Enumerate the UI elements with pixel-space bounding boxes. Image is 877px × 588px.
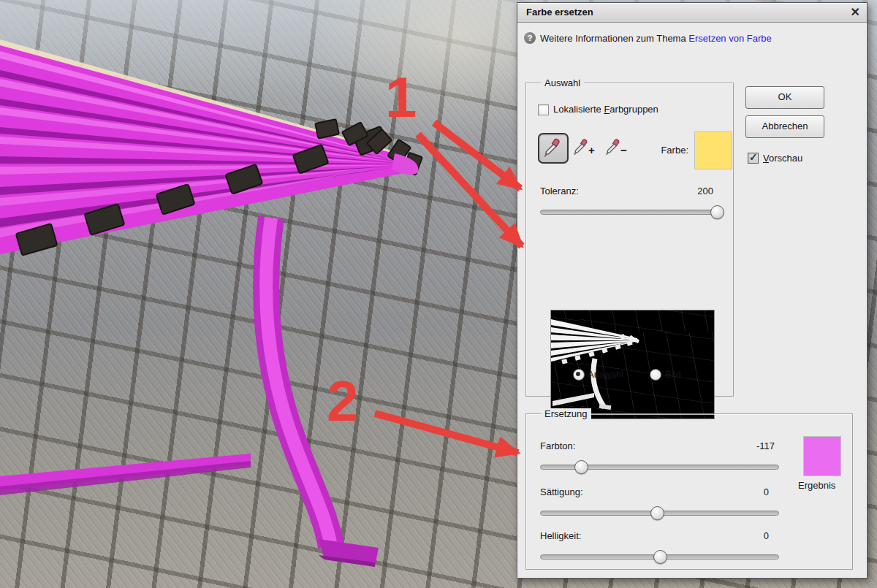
help-text: Weitere Informationen zum Thema Ersetzen… [540,33,772,44]
hue-label: Farbton: [540,440,575,451]
help-link[interactable]: Ersetzen von Farbe [688,33,771,44]
cancel-button[interactable]: Abbrechen [745,115,824,138]
saturation-slider-thumb[interactable] [650,506,664,520]
preview-image-radio-label[interactable]: Bild [665,369,681,380]
preview-selection-radio[interactable] [573,369,585,381]
subtract-from-sample-button[interactable]: − [604,137,631,161]
lightness-slider-thumb[interactable] [653,550,667,564]
localized-color-groups-label[interactable]: Lokalisierte Farbgruppen [553,104,658,115]
mask-preview [550,310,715,419]
lightness-label: Helligkeit: [540,530,581,541]
help-icon: ? [524,32,536,44]
dialog-titlebar[interactable]: Farbe ersetzen ✕ [517,3,867,23]
magenta-bench-illustration [0,0,519,588]
tolerance-value: 200 [665,186,713,196]
eyedropper-icon [542,137,563,159]
result-color-swatch[interactable] [803,436,841,476]
tolerance-slider[interactable] [540,205,724,218]
hue-value: -117 [724,440,775,451]
replacement-group: Ersetzung Farbton: -117 Sättigung: 0 Hel… [525,413,853,570]
saturation-value: 0 [718,486,769,497]
color-label: Farbe: [636,145,688,156]
replacement-group-legend: Ersetzung [541,408,591,419]
saturation-label: Sättigung: [540,486,583,497]
result-label: Ergebnis [798,480,835,491]
preview-checkbox-label[interactable]: Vorschau [763,153,802,164]
lightness-value: 0 [718,530,769,541]
add-to-sample-button[interactable]: + [572,137,599,161]
tolerance-label: Toleranz: [540,186,579,196]
close-icon[interactable]: ✕ [851,5,860,20]
selection-group-legend: Auswahl [541,77,584,88]
check-icon: ✓ [749,151,758,163]
screenshot-root: Farbe ersetzen ✕ ? Weitere Informationen… [0,0,877,588]
eyedropper-button-selected[interactable] [538,133,569,164]
preview-image-radio[interactable] [650,369,661,381]
tolerance-slider-track[interactable] [540,210,724,215]
dialog-title: Farbe ersetzen [526,7,593,18]
ok-button[interactable]: OK [745,86,824,109]
tolerance-slider-thumb[interactable] [710,205,724,219]
lightness-slider[interactable] [540,550,779,563]
preview-selection-radio-label[interactable]: Auswahl [588,369,623,380]
sample-color-swatch[interactable] [694,131,732,169]
localized-color-groups-checkbox[interactable] [538,104,549,115]
plus-glyph: + [588,144,595,156]
preview-checkbox[interactable]: ✓ [748,153,759,164]
replace-color-dialog: Farbe ersetzen ✕ ? Weitere Informationen… [517,2,867,579]
selection-group: Auswahl Lokalisierte Farbgruppen [525,83,734,397]
mask-preview-noise [551,310,714,419]
hue-slider[interactable] [540,460,779,473]
saturation-slider[interactable] [540,506,779,519]
minus-glyph: − [620,144,627,156]
hue-slider-thumb[interactable] [574,460,588,474]
